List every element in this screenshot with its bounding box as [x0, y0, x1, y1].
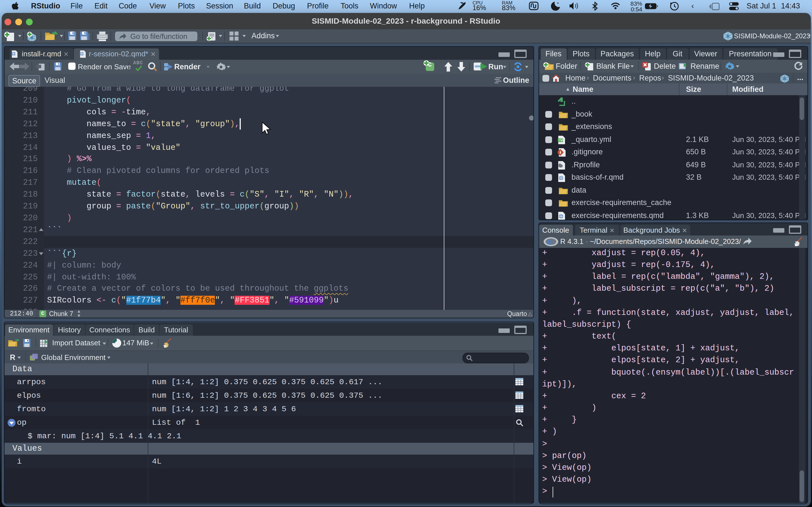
- svg-text:R: R: [783, 76, 786, 80]
- svg-text:YML: YML: [558, 138, 564, 142]
- svg-text:R: R: [547, 238, 553, 246]
- svg-text:R: R: [726, 34, 730, 39]
